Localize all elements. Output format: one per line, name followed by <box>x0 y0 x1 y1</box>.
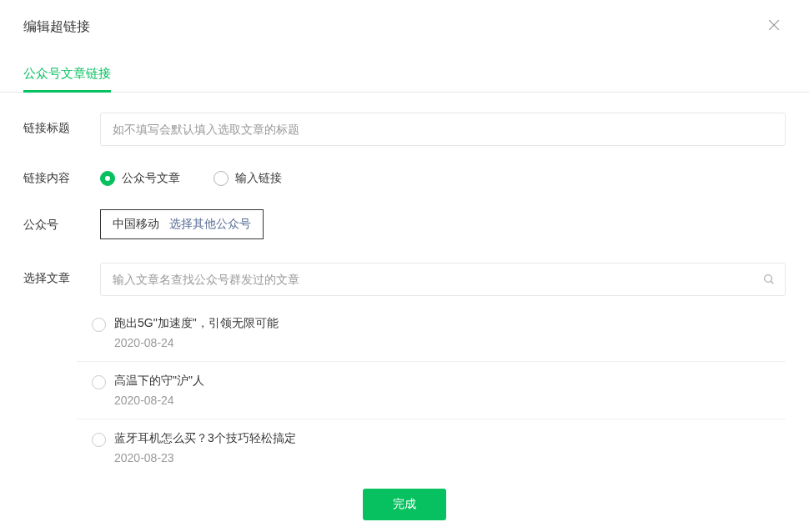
dialog-title: 编辑超链接 <box>23 18 90 36</box>
article-search-input[interactable] <box>100 263 786 296</box>
article-item[interactable]: 高温下的守"沪"人 2020-08-24 <box>77 362 786 419</box>
link-title-input[interactable] <box>100 113 786 146</box>
label-link-content: 链接内容 <box>23 169 100 186</box>
account-name: 中国移动 <box>113 217 159 232</box>
label-link-title: 链接标题 <box>23 113 100 136</box>
article-list: 跑出5G"加速度"，引领无限可能 2020-08-24 高温下的守"沪"人 20… <box>0 304 809 476</box>
radio-unchecked-icon <box>92 433 106 447</box>
edit-hyperlink-dialog: 编辑超链接 公众号文章链接 链接标题 链接内容 公众号文章 <box>0 0 809 532</box>
tabs: 公众号文章链接 <box>0 57 809 93</box>
article-date: 2020-08-24 <box>114 394 786 407</box>
account-box: 中国移动 选择其他公众号 <box>100 209 264 239</box>
dialog-header: 编辑超链接 <box>0 0 809 50</box>
article-item[interactable]: 跑出5G"加速度"，引领无限可能 2020-08-24 <box>77 304 786 362</box>
article-title: 蓝牙耳机怎么买？3个技巧轻松搞定 <box>114 431 786 446</box>
close-button[interactable] <box>766 17 786 37</box>
dialog-footer: 完成 <box>0 489 809 520</box>
row-account: 公众号 中国移动 选择其他公众号 <box>23 209 786 239</box>
radio-unchecked-icon <box>92 375 106 389</box>
radio-url-label: 输入链接 <box>235 171 282 186</box>
tab-article-link[interactable]: 公众号文章链接 <box>23 58 111 93</box>
form: 链接标题 链接内容 公众号文章 输入链接 <box>0 93 809 296</box>
radio-url[interactable]: 输入链接 <box>214 171 282 186</box>
article-date: 2020-08-23 <box>114 451 786 464</box>
radio-unchecked-icon <box>214 171 229 186</box>
article-title: 高温下的守"沪"人 <box>114 374 786 389</box>
article-item[interactable]: 蓝牙耳机怎么买？3个技巧轻松搞定 2020-08-23 <box>77 419 786 476</box>
radio-article[interactable]: 公众号文章 <box>100 171 180 186</box>
radio-article-label: 公众号文章 <box>122 171 180 186</box>
svg-line-3 <box>771 281 773 284</box>
svg-point-2 <box>765 275 772 283</box>
article-title: 跑出5G"加速度"，引领无限可能 <box>114 316 786 331</box>
link-content-radio-group: 公众号文章 输入链接 <box>100 169 786 186</box>
submit-button[interactable]: 完成 <box>363 489 446 520</box>
close-icon <box>766 17 782 33</box>
search-icon[interactable] <box>762 273 776 286</box>
label-account: 公众号 <box>23 209 100 233</box>
row-link-title: 链接标题 <box>23 113 786 146</box>
row-select-article: 选择文章 <box>23 263 786 296</box>
radio-checked-icon <box>100 171 115 186</box>
article-date: 2020-08-24 <box>114 336 786 349</box>
label-select-article: 选择文章 <box>23 263 100 286</box>
radio-unchecked-icon <box>92 318 106 332</box>
row-link-content: 链接内容 公众号文章 输入链接 <box>23 169 786 186</box>
switch-account-link[interactable]: 选择其他公众号 <box>169 217 251 232</box>
